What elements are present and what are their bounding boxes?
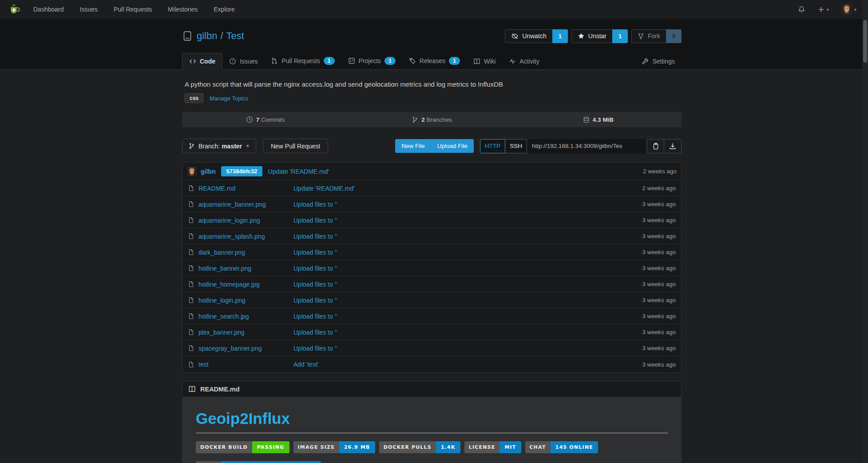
stars-count[interactable]: 1: [612, 29, 628, 43]
nav-explore[interactable]: Explore: [214, 6, 234, 13]
table-row: test Add 'test' 3 weeks ago: [182, 356, 681, 372]
new-file-button[interactable]: New File: [395, 139, 431, 153]
file-commit-link[interactable]: Upload files to '': [293, 345, 337, 352]
badge-chat[interactable]: CHAT 145 ONLINE: [525, 441, 598, 453]
file-commit-link[interactable]: Upload files to '': [293, 217, 337, 224]
file-commit-link[interactable]: Upload files to '': [293, 297, 337, 304]
file-name-link[interactable]: README.md: [198, 185, 235, 192]
copy-clone-url-button[interactable]: [647, 139, 664, 153]
clone-url-input[interactable]: [527, 139, 646, 153]
branch-icon: [188, 143, 195, 149]
create-new-menu[interactable]: ▾: [818, 6, 829, 13]
table-row: hotline_search.jpg Upload files to '' 3 …: [182, 308, 681, 324]
file-icon: [188, 233, 194, 239]
top-navbar: Dashboard Issues Pull Requests Milestone…: [0, 0, 868, 19]
forks-count[interactable]: 0: [666, 29, 682, 43]
tab-activity[interactable]: Activity: [502, 53, 546, 69]
badge-docker-build[interactable]: DOCKER BUILD PASSING: [196, 441, 289, 453]
nav-milestones[interactable]: Milestones: [168, 6, 198, 13]
branch-selector[interactable]: Branch: master ▼: [182, 139, 256, 153]
table-row: dark_banner.png Upload files to '' 3 wee…: [182, 244, 681, 260]
badge-blog[interactable]: BLOG TECHNICALRAMBLINGS.COM: [196, 461, 321, 463]
gitea-logo[interactable]: [9, 4, 21, 16]
file-commit-link[interactable]: Upload files to '': [293, 281, 337, 288]
readme-title: Geoip2Influx: [196, 410, 668, 433]
download-archive-button[interactable]: [664, 139, 682, 153]
upload-file-button[interactable]: Upload File: [431, 139, 474, 153]
nav-pull-requests[interactable]: Pull Requests: [114, 6, 152, 13]
table-row: plex_banner.png Upload files to '' 3 wee…: [182, 324, 681, 340]
watchers-count[interactable]: 1: [552, 29, 568, 43]
file-name-link[interactable]: test: [198, 361, 209, 368]
topic-css[interactable]: css: [185, 93, 203, 103]
page-scrollbar[interactable]: [862, 0, 868, 463]
tab-wiki[interactable]: Wiki: [467, 53, 502, 69]
scrollbar-thumb[interactable]: [863, 20, 867, 63]
file-commit-link[interactable]: Upload files to '': [293, 233, 337, 240]
badge-license[interactable]: LICENSE MIT: [464, 441, 521, 453]
file-name-link[interactable]: plex_banner.png: [198, 329, 245, 336]
commit-message-link[interactable]: Update 'README.md': [268, 168, 329, 175]
tab-releases[interactable]: Releases 1: [402, 52, 467, 69]
tab-pull-requests[interactable]: Pull Requests 1: [264, 52, 341, 69]
repo-owner-link[interactable]: gilbn: [197, 30, 217, 41]
pull-request-icon: [271, 57, 278, 64]
file-name-link[interactable]: hotline_search.jpg: [198, 313, 249, 320]
commit-author-link[interactable]: gilbn: [201, 168, 215, 175]
clone-protocol-ssh-button[interactable]: SSH: [505, 139, 527, 153]
commit-sha-badge[interactable]: 57384bfc32: [221, 166, 262, 176]
table-row: README.md Update 'README.md' 2 weeks ago: [182, 180, 681, 196]
file-name-link[interactable]: hotline_banner.png: [198, 265, 251, 272]
table-row: aquamarine_splash.png Upload files to ''…: [182, 228, 681, 244]
activity-pulse-icon: [509, 58, 516, 65]
file-name-link[interactable]: hotline_homepage.jpg: [198, 281, 260, 288]
file-commit-link[interactable]: Upload files to '': [293, 313, 337, 320]
file-icon: [188, 265, 194, 271]
stat-branches[interactable]: 2 Branches: [349, 112, 515, 127]
chevron-down-icon: ▾: [854, 7, 856, 12]
star-icon: [578, 32, 585, 40]
tab-issues[interactable]: Issues: [222, 53, 264, 69]
tab-projects[interactable]: Projects 1: [341, 52, 402, 69]
stat-commits[interactable]: 7 Commits: [182, 112, 349, 127]
stat-size[interactable]: 4.3 MiB: [515, 112, 682, 127]
badge-docker-pulls[interactable]: DOCKER PULLS 1.4K: [379, 441, 460, 453]
manage-topics-link[interactable]: Manage Topics: [210, 95, 248, 102]
tab-code[interactable]: Code: [182, 53, 222, 70]
file-commit-link[interactable]: Update 'README.md': [293, 185, 355, 192]
file-name-link[interactable]: dark_banner.png: [198, 249, 245, 256]
file-name-link[interactable]: aquamarine_splash.png: [198, 233, 265, 240]
file-age: 3 weeks ago: [642, 217, 681, 224]
file-commit-link[interactable]: Upload files to '': [293, 265, 337, 272]
avatar[interactable]: [187, 167, 197, 176]
file-name-link[interactable]: hotline_login.png: [198, 297, 246, 304]
badge-row-2: BLOG TECHNICALRAMBLINGS.COM: [196, 461, 668, 463]
file-age: 3 weeks ago: [642, 249, 681, 255]
clone-protocol-http-button[interactable]: HTTP: [480, 139, 505, 153]
tag-icon: [409, 57, 416, 64]
file-commit-link[interactable]: Add 'test': [293, 361, 319, 368]
readme-header: README.md: [182, 381, 681, 397]
unwatch-button[interactable]: Unwatch: [505, 29, 552, 43]
unstar-button[interactable]: Unstar: [571, 29, 612, 43]
readme-filename: README.md: [200, 386, 240, 393]
nav-issues[interactable]: Issues: [80, 6, 98, 13]
fork-button[interactable]: Fork: [631, 29, 666, 43]
file-commit-link[interactable]: Upload files to '': [293, 329, 337, 336]
user-menu[interactable]: ▾: [841, 4, 856, 15]
readme-content: Geoip2Influx DOCKER BUILD PASSING IMAGE …: [182, 397, 681, 463]
file-commit-link[interactable]: Upload files to '': [293, 249, 337, 256]
file-icon: [188, 361, 194, 368]
file-name-link[interactable]: spacegray_banner.png: [198, 345, 262, 352]
new-pull-request-button[interactable]: New Pull Request: [263, 139, 328, 153]
file-name-link[interactable]: aquamarine_banner.png: [198, 201, 266, 208]
file-commit-link[interactable]: Upload files to '': [293, 201, 337, 208]
repo-name-link[interactable]: Test: [226, 30, 244, 41]
file-icon: [188, 297, 194, 303]
tab-settings[interactable]: Settings: [635, 53, 682, 69]
repo-stats-bar: 7 Commits 2 Branches 4.3 MiB: [182, 112, 682, 127]
nav-dashboard[interactable]: Dashboard: [33, 6, 64, 13]
badge-image-size[interactable]: IMAGE SIZE 26.9 MB: [293, 441, 375, 453]
file-name-link[interactable]: aquamarine_login.png: [198, 217, 260, 224]
notifications-bell-icon[interactable]: [798, 6, 805, 13]
